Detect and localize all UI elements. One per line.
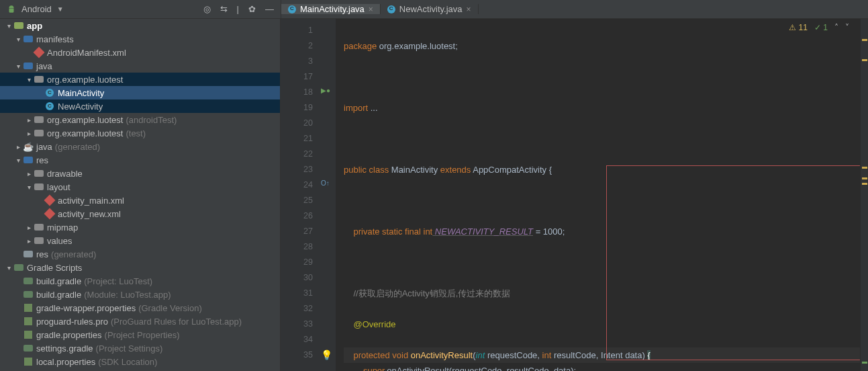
marker-strip[interactable]	[860, 19, 868, 371]
intention-bulb-icon[interactable]: 💡	[321, 347, 332, 363]
topbar: Android ▼ ◎ ⇆ | ✿ — MainActivity.java × …	[0, 0, 868, 19]
tree-java-gen[interactable]: java	[36, 142, 52, 152]
divider: |	[237, 4, 239, 14]
tree-layout-main[interactable]: activity_main.xml	[58, 196, 124, 206]
editor-tabs: MainActivity.java × NewActivity.java ×	[281, 4, 479, 14]
class-icon	[288, 5, 296, 13]
tree-build-gradle1[interactable]: build.gradle	[36, 276, 81, 286]
tab-label: MainActivity.java	[300, 4, 365, 14]
hide-icon[interactable]: —	[265, 4, 274, 14]
collapse-icon[interactable]: ⇆	[220, 4, 228, 14]
expand-icon[interactable]: ▾	[4, 22, 13, 30]
close-icon[interactable]: ×	[369, 5, 373, 14]
class-icon	[387, 5, 395, 13]
gear-icon[interactable]: ✿	[248, 4, 256, 14]
project-tree[interactable]: ▾app ▾manifests AndroidManifest.xml ▾jav…	[0, 19, 281, 371]
tree-main-activity[interactable]: MainActivity	[58, 88, 104, 98]
tree-app[interactable]: app	[27, 21, 42, 31]
target-icon[interactable]: ◎	[203, 4, 211, 14]
project-mode-label: Android	[21, 4, 52, 14]
editor[interactable]: 1231718192021222324252627282930313233343…	[281, 19, 868, 371]
next-issue-icon[interactable]: ˅	[845, 23, 849, 32]
tree-java[interactable]: java	[36, 61, 52, 71]
tab-new-activity[interactable]: NewActivity.java ×	[381, 4, 479, 14]
tree-build-gradle2[interactable]: build.gradle	[36, 290, 81, 300]
prev-issue-icon[interactable]: ˄	[834, 23, 838, 32]
inspection-widget[interactable]: ⚠ 11 ✓ 1 ˄ ˅	[789, 23, 849, 32]
tree-gradle-scripts[interactable]: Gradle Scripts	[27, 263, 82, 273]
tree-drawable[interactable]: drawable	[47, 169, 83, 179]
tree-new-activity[interactable]: NewActivity	[58, 101, 103, 112]
tree-values[interactable]: values	[47, 236, 73, 246]
code-area[interactable]: package org.example.luotest; import ... …	[336, 19, 860, 371]
tree-res[interactable]: res	[36, 155, 48, 165]
tree-mipmap[interactable]: mipmap	[47, 222, 78, 233]
close-icon[interactable]: ×	[467, 5, 471, 14]
tree-manifest-xml[interactable]: AndroidManifest.xml	[47, 48, 126, 58]
tree-pkg-test[interactable]: org.example.luotest	[47, 128, 123, 138]
tree-layout[interactable]: layout	[47, 182, 70, 192]
tree-proguard[interactable]: proguard-rules.pro	[36, 317, 108, 327]
tab-label: NewActivity.java	[399, 4, 463, 14]
line-gutter: 1231718192021222324252627282930313233343…	[281, 19, 318, 371]
project-selector[interactable]: Android ▼ ◎ ⇆ | ✿ —	[0, 4, 281, 14]
tree-pkg-main[interactable]: org.example.luotest	[47, 75, 123, 85]
android-icon	[7, 5, 16, 14]
tree-gradle-prop[interactable]: gradle.properties	[36, 330, 102, 340]
tree-res-gen[interactable]: res	[36, 249, 48, 259]
chevron-down-icon: ▼	[57, 5, 64, 13]
tree-layout-new[interactable]: activity_new.xml	[58, 209, 121, 219]
weak-indicator[interactable]: ✓ 1	[814, 23, 828, 32]
run-gutter-icon[interactable]: ▶●	[321, 87, 330, 94]
tree-local-prop[interactable]: local.properties	[36, 357, 95, 367]
tree-settings-gradle[interactable]: settings.gradle	[36, 343, 93, 354]
override-icon[interactable]: O↑	[321, 179, 330, 187]
tree-manifests[interactable]: manifests	[36, 34, 74, 44]
tab-main-activity[interactable]: MainActivity.java ×	[281, 4, 381, 14]
tree-gradle-wrapper[interactable]: gradle-wrapper.properties	[36, 303, 136, 313]
warning-indicator[interactable]: ⚠ 11	[789, 23, 808, 32]
tree-pkg-atest[interactable]: org.example.luotest	[47, 115, 123, 125]
gutter-icons: ▶● O↑	[318, 19, 336, 371]
